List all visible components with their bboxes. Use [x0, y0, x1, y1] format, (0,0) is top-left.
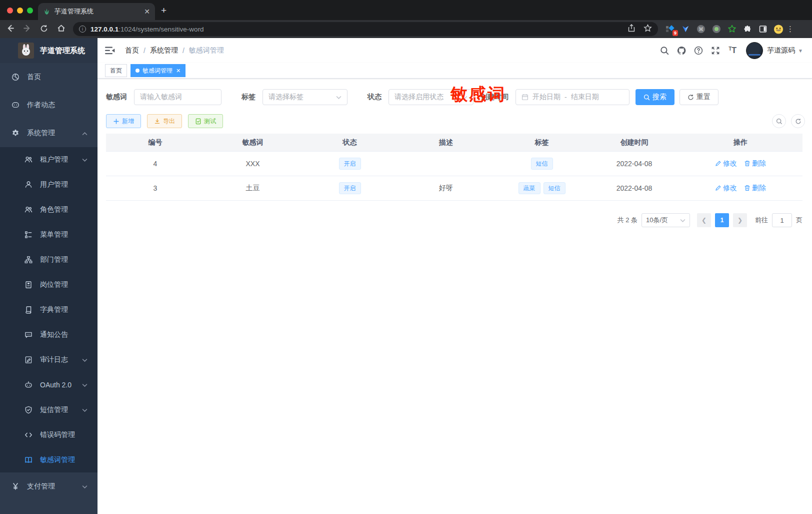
- zoom-window-button[interactable]: [27, 8, 33, 14]
- next-page-button[interactable]: ❯: [733, 213, 747, 227]
- active-tab-dot: [136, 69, 140, 73]
- breadcrumb-system[interactable]: 系统管理: [150, 46, 178, 55]
- sidebar-item-sensitive-word[interactable]: 敏感词管理: [0, 447, 98, 472]
- sidebar-menu: 首页作者动态系统管理租户管理用户管理角色管理菜单管理部门管理岗位管理字典管理通知…: [0, 63, 98, 500]
- sidebar-item-sms[interactable]: 短信管理: [0, 397, 98, 422]
- tag-select[interactable]: 请选择标签: [262, 89, 348, 105]
- keyword-input[interactable]: 请输入敏感词: [134, 89, 222, 105]
- tab-close-icon[interactable]: ✕: [144, 8, 150, 16]
- github-icon[interactable]: [673, 46, 690, 55]
- sidebar-logo[interactable]: 芋道管理系统: [0, 38, 98, 63]
- test-button[interactable]: 测试: [188, 114, 223, 128]
- home-icon[interactable]: [54, 24, 68, 34]
- browser-tab-title: 芋道管理系统: [54, 7, 144, 16]
- chevron-down-icon: [336, 93, 342, 101]
- url-bar[interactable]: i 127.0.0.1:1024/system/sensitive-word: [73, 22, 658, 36]
- breadcrumb-current: 敏感词管理: [189, 46, 224, 55]
- sidebar-item-payment[interactable]: 支付管理: [0, 472, 98, 500]
- prev-page-button[interactable]: ❮: [697, 213, 711, 227]
- forward-icon[interactable]: [20, 24, 34, 34]
- column-header: 编号: [106, 138, 204, 147]
- users-icon: [24, 205, 33, 214]
- sidebar-fold-icon[interactable]: [105, 46, 116, 55]
- extension-kite-icon[interactable]: [680, 24, 690, 34]
- sidebar-item-dict[interactable]: 字典管理: [0, 297, 98, 322]
- edit-link[interactable]: 修改: [715, 159, 737, 168]
- username[interactable]: 芋道源码: [767, 46, 795, 55]
- sidebar-item-dept[interactable]: 部门管理: [0, 247, 98, 272]
- goto-page-input[interactable]: [772, 213, 792, 227]
- chevron-down-icon: [82, 482, 88, 490]
- date-range-picker[interactable]: 开始日期 - 结束日期: [516, 89, 630, 105]
- sidebar-item-label: 审计日志: [40, 355, 68, 364]
- sidebar-item-tenant[interactable]: 租户管理: [0, 147, 98, 172]
- extensions-puzzle-icon[interactable]: [742, 24, 752, 34]
- sidebar-item-user[interactable]: 用户管理: [0, 172, 98, 197]
- header-search-icon[interactable]: [656, 46, 673, 55]
- tab-close-icon[interactable]: ✕: [176, 68, 180, 74]
- bookmark-star-icon[interactable]: [644, 24, 652, 35]
- refresh-icon[interactable]: [791, 114, 805, 128]
- url-host: 127.0.0.1: [90, 26, 118, 33]
- user-menu-caret-icon[interactable]: ▼: [798, 48, 803, 54]
- date-end-placeholder: 结束日期: [571, 93, 599, 102]
- column-header: 状态: [301, 138, 398, 147]
- site-info-icon[interactable]: i: [79, 26, 86, 33]
- sidebar-item-audit-log[interactable]: 审计日志: [0, 347, 98, 372]
- browser-tab[interactable]: 芋道管理系统 ✕: [38, 3, 155, 20]
- back-icon[interactable]: [3, 24, 17, 34]
- font-size-icon[interactable]: TT: [724, 46, 741, 55]
- navbar-actions: TT 芋道源码 ▼: [656, 42, 803, 59]
- extension-record-icon[interactable]: [712, 24, 722, 34]
- current-page-button[interactable]: 1: [715, 213, 729, 227]
- gear-icon: [11, 129, 20, 138]
- extension-command-icon[interactable]: ⌘: [696, 24, 706, 34]
- sidebar-item-home[interactable]: 首页: [0, 63, 98, 91]
- cell-word: XXX: [204, 160, 301, 168]
- label-tag: 蔬菜: [518, 182, 540, 194]
- sidebar-item-post[interactable]: 岗位管理: [0, 272, 98, 297]
- page-size-select[interactable]: 10条/页: [642, 213, 690, 227]
- profile-avatar[interactable]: [774, 24, 784, 34]
- sidebar-item-label: 首页: [27, 73, 41, 82]
- user-avatar[interactable]: [746, 42, 763, 59]
- robot-icon: [24, 380, 33, 389]
- sidebar-panel-icon[interactable]: [758, 24, 768, 34]
- sidebar-item-menu[interactable]: 菜单管理: [0, 222, 98, 247]
- chevron-down-icon: [82, 381, 88, 389]
- show-search-icon[interactable]: [772, 114, 786, 128]
- sidebar-item-notice[interactable]: 通知公告: [0, 322, 98, 347]
- browser-menu-kebab-icon[interactable]: ⋮: [786, 25, 794, 34]
- cell-created: 2022-04-08: [590, 184, 678, 192]
- sidebar-item-system[interactable]: 系统管理: [0, 119, 98, 147]
- sidebar-item-error-code[interactable]: 错误码管理: [0, 422, 98, 447]
- close-window-button[interactable]: [7, 8, 13, 14]
- sidebar-item-oauth2[interactable]: OAuth 2.0: [0, 372, 98, 397]
- sidebar-item-label: 系统管理: [27, 129, 55, 138]
- minimize-window-button[interactable]: [17, 8, 23, 14]
- delete-link[interactable]: 删除: [744, 184, 766, 193]
- sidebar-item-role[interactable]: 角色管理: [0, 197, 98, 222]
- screen: 芋道管理系统 ✕ + i 127.0.0.1:1024/system/sensi…: [0, 0, 812, 514]
- help-icon[interactable]: [690, 46, 707, 55]
- status-label: 状态: [368, 93, 382, 102]
- sidebar-item-author-feed[interactable]: 作者动态: [0, 91, 98, 119]
- delete-link[interactable]: 删除: [744, 159, 766, 168]
- tab-sensitive-word[interactable]: 敏感词管理 ✕: [130, 64, 186, 77]
- tab-home[interactable]: 首页: [105, 64, 127, 77]
- status-tag: 开启: [339, 182, 361, 194]
- extension-blue-diamond-icon[interactable]: 9: [665, 24, 675, 34]
- export-button[interactable]: 导出: [147, 114, 182, 128]
- cell-status: 开启: [301, 158, 398, 170]
- share-icon[interactable]: [628, 24, 636, 34]
- fullscreen-icon[interactable]: [707, 46, 724, 55]
- new-tab-button[interactable]: +: [161, 5, 166, 16]
- reset-button[interactable]: 重置: [680, 89, 718, 105]
- breadcrumb-home[interactable]: 首页: [125, 46, 139, 55]
- add-button[interactable]: 新增: [106, 114, 141, 128]
- edit-link[interactable]: 修改: [715, 184, 737, 193]
- extension-green-star-icon[interactable]: [727, 24, 737, 34]
- search-button[interactable]: 搜索: [636, 89, 674, 105]
- cell-status: 开启: [301, 182, 398, 194]
- reload-icon[interactable]: [37, 25, 51, 34]
